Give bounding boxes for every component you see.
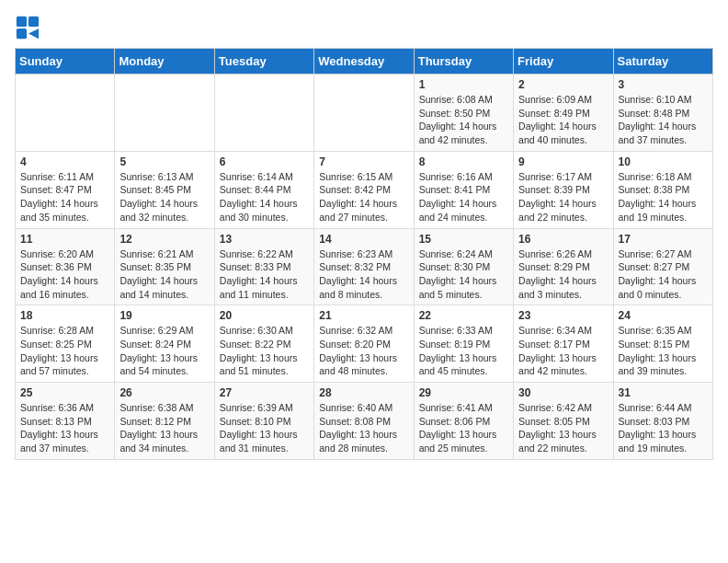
calendar-cell: 17Sunrise: 6:27 AM Sunset: 8:27 PM Dayli… [613, 228, 712, 305]
day-info: Sunrise: 6:21 AM Sunset: 8:35 PM Dayligh… [119, 247, 209, 302]
calendar-cell: 12Sunrise: 6:21 AM Sunset: 8:35 PM Dayli… [115, 228, 214, 305]
calendar-cell: 28Sunrise: 6:40 AM Sunset: 8:08 PM Dayli… [314, 383, 414, 460]
calendar-body: 1Sunrise: 6:08 AM Sunset: 8:50 PM Daylig… [16, 75, 713, 460]
calendar-cell: 31Sunrise: 6:44 AM Sunset: 8:03 PM Dayli… [613, 383, 712, 460]
calendar-cell: 22Sunrise: 6:33 AM Sunset: 8:19 PM Dayli… [414, 305, 513, 383]
header [15, 15, 713, 40]
calendar-cell [16, 75, 115, 152]
calendar-cell: 9Sunrise: 6:17 AM Sunset: 8:39 PM Daylig… [514, 151, 613, 228]
day-info: Sunrise: 6:11 AM Sunset: 8:47 PM Dayligh… [20, 170, 109, 224]
day-number: 10 [619, 155, 708, 168]
day-number: 8 [419, 155, 508, 168]
calendar-cell: 20Sunrise: 6:30 AM Sunset: 8:22 PM Dayli… [214, 305, 313, 383]
day-number: 9 [518, 155, 608, 168]
day-number: 28 [319, 386, 408, 399]
calendar-cell: 27Sunrise: 6:39 AM Sunset: 8:10 PM Dayli… [214, 383, 313, 460]
day-info: Sunrise: 6:16 AM Sunset: 8:41 PM Dayligh… [419, 170, 508, 224]
day-info: Sunrise: 6:20 AM Sunset: 8:36 PM Dayligh… [20, 247, 109, 302]
day-info: Sunrise: 6:24 AM Sunset: 8:30 PM Dayligh… [419, 247, 508, 302]
svg-rect-0 [17, 17, 27, 27]
calendar-cell: 24Sunrise: 6:35 AM Sunset: 8:15 PM Dayli… [613, 305, 712, 383]
day-header-friday: Friday [514, 49, 613, 75]
calendar-week-3: 11Sunrise: 6:20 AM Sunset: 8:36 PM Dayli… [16, 228, 713, 305]
day-info: Sunrise: 6:42 AM Sunset: 8:05 PM Dayligh… [518, 401, 608, 455]
svg-rect-1 [28, 17, 39, 27]
calendar-week-2: 4Sunrise: 6:11 AM Sunset: 8:47 PM Daylig… [16, 151, 713, 228]
day-info: Sunrise: 6:40 AM Sunset: 8:08 PM Dayligh… [319, 401, 408, 455]
day-number: 25 [20, 386, 109, 399]
day-number: 29 [419, 386, 508, 399]
day-number: 19 [119, 309, 209, 322]
day-number: 18 [20, 309, 109, 322]
day-number: 21 [319, 309, 408, 322]
day-info: Sunrise: 6:39 AM Sunset: 8:10 PM Dayligh… [220, 401, 309, 455]
day-header-thursday: Thursday [414, 49, 513, 75]
day-info: Sunrise: 6:28 AM Sunset: 8:25 PM Dayligh… [20, 324, 109, 378]
day-header-sunday: Sunday [16, 49, 115, 75]
calendar-cell: 3Sunrise: 6:10 AM Sunset: 8:48 PM Daylig… [613, 75, 712, 152]
calendar-cell: 19Sunrise: 6:29 AM Sunset: 8:24 PM Dayli… [115, 305, 214, 383]
calendar-header-row: SundayMondayTuesdayWednesdayThursdayFrid… [16, 49, 713, 75]
calendar-cell: 6Sunrise: 6:14 AM Sunset: 8:44 PM Daylig… [214, 151, 313, 228]
calendar-cell: 23Sunrise: 6:34 AM Sunset: 8:17 PM Dayli… [514, 305, 613, 383]
day-number: 3 [619, 78, 708, 91]
calendar-cell: 25Sunrise: 6:36 AM Sunset: 8:13 PM Dayli… [16, 383, 115, 460]
day-header-monday: Monday [115, 49, 214, 75]
calendar-cell [314, 75, 414, 152]
day-number: 7 [319, 155, 408, 168]
day-info: Sunrise: 6:09 AM Sunset: 8:49 PM Dayligh… [518, 93, 608, 147]
calendar-cell: 1Sunrise: 6:08 AM Sunset: 8:50 PM Daylig… [414, 75, 513, 152]
day-info: Sunrise: 6:44 AM Sunset: 8:03 PM Dayligh… [619, 401, 708, 455]
svg-marker-3 [28, 29, 39, 39]
calendar-cell: 14Sunrise: 6:23 AM Sunset: 8:32 PM Dayli… [314, 228, 414, 305]
calendar-cell: 16Sunrise: 6:26 AM Sunset: 8:29 PM Dayli… [514, 228, 613, 305]
day-header-wednesday: Wednesday [314, 49, 414, 75]
day-number: 11 [20, 233, 109, 246]
calendar-week-5: 25Sunrise: 6:36 AM Sunset: 8:13 PM Dayli… [16, 383, 713, 460]
day-number: 2 [518, 78, 608, 91]
calendar-cell: 13Sunrise: 6:22 AM Sunset: 8:33 PM Dayli… [214, 228, 313, 305]
day-number: 15 [419, 233, 508, 246]
day-info: Sunrise: 6:23 AM Sunset: 8:32 PM Dayligh… [319, 247, 408, 302]
day-info: Sunrise: 6:34 AM Sunset: 8:17 PM Dayligh… [518, 324, 608, 378]
day-number: 6 [220, 155, 309, 168]
day-info: Sunrise: 6:15 AM Sunset: 8:42 PM Dayligh… [319, 170, 408, 224]
svg-rect-2 [17, 29, 27, 39]
day-info: Sunrise: 6:35 AM Sunset: 8:15 PM Dayligh… [619, 324, 708, 378]
day-number: 26 [119, 386, 209, 399]
calendar-cell: 5Sunrise: 6:13 AM Sunset: 8:45 PM Daylig… [115, 151, 214, 228]
day-number: 5 [119, 155, 209, 168]
calendar-cell: 29Sunrise: 6:41 AM Sunset: 8:06 PM Dayli… [414, 383, 513, 460]
day-info: Sunrise: 6:29 AM Sunset: 8:24 PM Dayligh… [119, 324, 209, 378]
logo [15, 15, 44, 40]
day-info: Sunrise: 6:17 AM Sunset: 8:39 PM Dayligh… [518, 170, 608, 224]
day-info: Sunrise: 6:33 AM Sunset: 8:19 PM Dayligh… [419, 324, 508, 378]
day-info: Sunrise: 6:41 AM Sunset: 8:06 PM Dayligh… [419, 401, 508, 455]
day-header-saturday: Saturday [613, 49, 712, 75]
logo-icon [15, 15, 40, 40]
calendar-cell: 8Sunrise: 6:16 AM Sunset: 8:41 PM Daylig… [414, 151, 513, 228]
day-number: 4 [20, 155, 109, 168]
calendar-cell: 2Sunrise: 6:09 AM Sunset: 8:49 PM Daylig… [514, 75, 613, 152]
calendar-cell: 30Sunrise: 6:42 AM Sunset: 8:05 PM Dayli… [514, 383, 613, 460]
day-number: 31 [619, 386, 708, 399]
calendar-cell: 15Sunrise: 6:24 AM Sunset: 8:30 PM Dayli… [414, 228, 513, 305]
day-number: 16 [518, 233, 608, 246]
calendar-week-1: 1Sunrise: 6:08 AM Sunset: 8:50 PM Daylig… [16, 75, 713, 152]
day-info: Sunrise: 6:13 AM Sunset: 8:45 PM Dayligh… [119, 170, 209, 224]
day-info: Sunrise: 6:32 AM Sunset: 8:20 PM Dayligh… [319, 324, 408, 378]
calendar-table: SundayMondayTuesdayWednesdayThursdayFrid… [15, 48, 713, 460]
calendar-week-4: 18Sunrise: 6:28 AM Sunset: 8:25 PM Dayli… [16, 305, 713, 383]
day-info: Sunrise: 6:10 AM Sunset: 8:48 PM Dayligh… [619, 93, 708, 147]
day-info: Sunrise: 6:27 AM Sunset: 8:27 PM Dayligh… [619, 247, 708, 302]
calendar-cell: 4Sunrise: 6:11 AM Sunset: 8:47 PM Daylig… [16, 151, 115, 228]
day-info: Sunrise: 6:30 AM Sunset: 8:22 PM Dayligh… [220, 324, 309, 378]
calendar-cell: 10Sunrise: 6:18 AM Sunset: 8:38 PM Dayli… [613, 151, 712, 228]
day-info: Sunrise: 6:36 AM Sunset: 8:13 PM Dayligh… [20, 401, 109, 455]
day-number: 20 [220, 309, 309, 322]
day-number: 17 [619, 233, 708, 246]
day-info: Sunrise: 6:14 AM Sunset: 8:44 PM Dayligh… [220, 170, 309, 224]
day-info: Sunrise: 6:26 AM Sunset: 8:29 PM Dayligh… [518, 247, 608, 302]
day-number: 30 [518, 386, 608, 399]
calendar-cell [115, 75, 214, 152]
